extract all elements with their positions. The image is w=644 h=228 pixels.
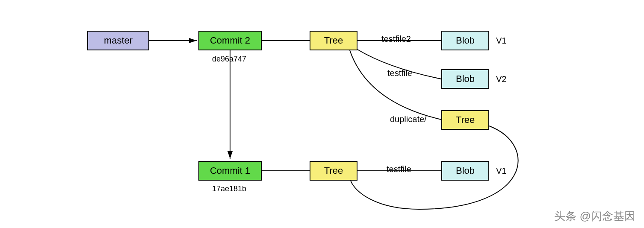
commit-2-label: Commit 2 — [210, 35, 250, 46]
blob-v1-top-version: V1 — [496, 36, 506, 46]
tree-duplicate-label: Tree — [456, 114, 475, 126]
blob-v1-top-label: Blob — [456, 35, 475, 46]
edge-testfile2: testfile2 — [381, 34, 411, 44]
tree-top-label: Tree — [324, 35, 343, 46]
watermark: 头条 @闪念基因 — [554, 209, 635, 224]
blob-v2-version: V2 — [496, 74, 506, 84]
blob-v2-label: Blob — [456, 73, 475, 85]
blob-v2: Blob — [441, 69, 489, 89]
tree-top: Tree — [310, 31, 357, 50]
tree-bottom-label: Tree — [324, 165, 343, 176]
commit-1-label: Commit 1 — [210, 165, 250, 176]
commit-1-hash: 17ae181b — [212, 184, 246, 193]
blob-v1-bottom-label: Blob — [456, 165, 475, 176]
blob-v1-bottom: Blob — [441, 161, 489, 181]
branch-master-label: master — [104, 35, 133, 46]
edge-testfile-top: testfile — [387, 68, 412, 78]
commit-1: Commit 1 — [198, 161, 262, 181]
blob-v1-top: Blob — [441, 31, 489, 50]
tree-duplicate: Tree — [441, 110, 489, 130]
edge-duplicate: duplicate/ — [390, 114, 427, 124]
edge-testfile-bottom: testfile — [387, 164, 411, 174]
tree-bottom: Tree — [310, 161, 357, 181]
commit-2-hash: de96a747 — [212, 55, 246, 64]
branch-master: master — [87, 31, 149, 50]
blob-v1-bottom-version: V1 — [496, 166, 506, 176]
commit-2: Commit 2 — [198, 31, 262, 50]
